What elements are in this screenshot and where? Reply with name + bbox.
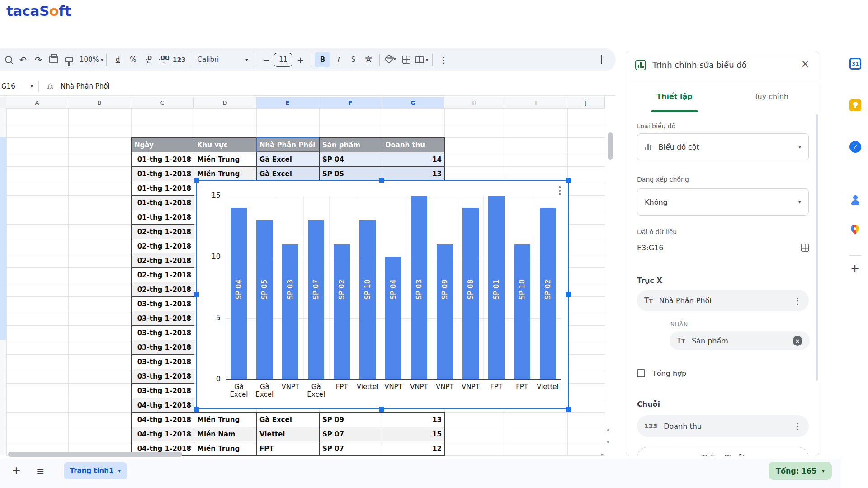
tab-setup[interactable]: Thiết lập [626, 81, 723, 112]
resize-handle[interactable] [566, 407, 571, 412]
undo-button[interactable]: ↶ [15, 52, 31, 68]
cell-product-r22[interactable]: SP 09 [319, 412, 382, 427]
calendar-icon[interactable]: 31 [849, 58, 861, 70]
resize-handle[interactable] [194, 407, 199, 412]
table-header-5[interactable]: Doanh thu [382, 137, 445, 152]
increase-decimal-button[interactable]: .00→ [156, 52, 171, 68]
column-header-H[interactable]: H [444, 97, 505, 108]
strikethrough-button[interactable]: S [345, 52, 361, 68]
cell-revenue-r5[interactable]: 13 [382, 166, 445, 181]
decrease-decimal-button[interactable]: .0← [141, 52, 156, 68]
contacts-icon[interactable] [849, 194, 861, 206]
scroll-down-icon[interactable]: ▾ [607, 439, 609, 445]
cell-region-r23[interactable]: Miền Nam [194, 427, 257, 441]
x-axis-field[interactable]: Tт Nhà Phân Phối ⋮ [637, 290, 809, 311]
cell-product-r23[interactable]: SP 07 [319, 427, 382, 441]
cell-date-r9[interactable]: 02-thg 1-2018 [131, 224, 194, 239]
font-size-input[interactable]: 11 [274, 53, 292, 67]
more-vertical-icon[interactable]: ⋮ [793, 422, 802, 431]
currency-format-button[interactable]: đ [110, 52, 125, 68]
cell-date-r21[interactable]: 04-thg 1-2018 [131, 398, 194, 413]
aggregate-checkbox[interactable] [637, 369, 645, 377]
table-header-3[interactable]: Nhà Phân Phối [256, 137, 320, 152]
zoom-select[interactable]: 100%▾ [80, 52, 103, 68]
scroll-up-icon[interactable]: ▴ [607, 427, 609, 432]
add-sheet-button[interactable]: + [12, 465, 21, 477]
close-panel-button[interactable]: × [801, 57, 810, 70]
search-button[interactable] [0, 52, 15, 68]
cell-date-r19[interactable]: 03-thg 1-2018 [131, 369, 194, 384]
name-box[interactable]: G16▾ [0, 82, 33, 90]
more-vertical-icon[interactable]: ⋮ [793, 296, 802, 305]
cell-distributor-r23[interactable]: Viettel [256, 427, 320, 441]
cell-date-r10[interactable]: 02-thg 1-2018 [131, 239, 194, 253]
bold-button[interactable]: B [315, 52, 330, 67]
cell-date-r20[interactable]: 03-thg 1-2018 [131, 383, 194, 398]
resize-handle[interactable] [566, 178, 571, 183]
table-header-4[interactable]: Sản phẩm [319, 137, 382, 152]
column-header-I[interactable]: I [505, 97, 567, 108]
cell-date-r14[interactable]: 03-thg 1-2018 [131, 296, 194, 311]
column-header-B[interactable]: B [68, 97, 131, 108]
resize-handle[interactable] [194, 292, 199, 297]
remove-label-button[interactable]: × [793, 336, 802, 346]
print-button[interactable] [46, 52, 61, 68]
column-header-C[interactable]: C [131, 97, 194, 108]
percent-format-button[interactable]: % [125, 52, 141, 68]
hide-menus-button[interactable] [601, 56, 602, 64]
cell-product-r5[interactable]: SP 05 [319, 166, 382, 181]
cell-date-r15[interactable]: 03-thg 1-2018 [131, 311, 194, 326]
data-range-field[interactable]: E3:G16 [637, 244, 809, 252]
cell-date-r18[interactable]: 03-thg 1-2018 [131, 354, 194, 369]
resize-handle[interactable] [194, 178, 199, 183]
embedded-chart[interactable]: SP 04SP 05SP 03SP 07SP 02SP 10SP 04SP 03… [196, 180, 569, 409]
cell-distributor-r4[interactable]: Gà Excel [256, 152, 320, 167]
increase-font-size-button[interactable]: + [292, 52, 308, 68]
cell-revenue-r24[interactable]: 12 [382, 441, 445, 456]
scroll-right-icon[interactable]: ▸ [601, 451, 604, 457]
all-sheets-button[interactable]: ≡ [36, 465, 44, 477]
add-addon-button[interactable]: + [850, 262, 859, 275]
cell-revenue-r22[interactable]: 13 [382, 412, 445, 427]
resize-handle[interactable] [379, 178, 384, 183]
table-header-1[interactable]: Ngày [131, 137, 194, 152]
cell-date-r12[interactable]: 02-thg 1-2018 [131, 267, 194, 282]
resize-handle[interactable] [379, 407, 384, 412]
fill-color-button[interactable] [383, 52, 398, 68]
paint-format-button[interactable] [61, 52, 77, 68]
chart-menu-button[interactable] [559, 186, 561, 195]
cell-region-r4[interactable]: Miền Trung [194, 152, 257, 167]
tab-customize[interactable]: Tùy chỉnh [723, 81, 819, 112]
cell-region-r24[interactable]: Miền Trung [194, 441, 257, 456]
cell-revenue-r23[interactable]: 15 [382, 427, 445, 441]
horizontal-scrollbar[interactable] [8, 452, 182, 457]
formula-input[interactable]: Nhà Phân Phối [61, 82, 110, 90]
number-format-button[interactable]: 123 [171, 52, 187, 68]
cell-date-r16[interactable]: 03-thg 1-2018 [131, 325, 194, 340]
cell-product-r24[interactable]: SP 07 [319, 441, 382, 456]
more-options-button[interactable]: ⋮ [436, 52, 451, 68]
select-all-corner[interactable] [0, 97, 7, 109]
merge-cells-button[interactable]: ▾ [414, 52, 429, 68]
cell-revenue-r4[interactable]: 14 [382, 152, 445, 167]
sum-badge[interactable]: Tổng: 165▾ [769, 462, 832, 480]
cell-distributor-r22[interactable]: Gà Excel [256, 412, 320, 427]
italic-button[interactable]: I [330, 52, 345, 68]
borders-button[interactable] [398, 52, 414, 68]
cell-date-r8[interactable]: 01-thg 1-2018 [131, 210, 194, 225]
column-header-D[interactable]: D [194, 97, 256, 108]
sheet-tab-active[interactable]: Trang tính1▾ [64, 462, 127, 479]
cell-date-r23[interactable]: 04-thg 1-2018 [131, 427, 194, 441]
cell-date-r4[interactable]: 01-thg 1-2018 [131, 152, 194, 167]
vertical-scrollbar[interactable] [608, 132, 613, 160]
cell-date-r6[interactable]: 01-thg 1-2018 [131, 181, 194, 196]
select-range-icon[interactable] [801, 244, 809, 252]
cell-date-r7[interactable]: 01-thg 1-2018 [131, 195, 194, 210]
redo-button[interactable]: ↷ [31, 52, 46, 68]
cell-distributor-r5[interactable]: Gà Excel [256, 166, 320, 181]
column-header-G[interactable]: G [382, 97, 444, 108]
tasks-icon[interactable]: ✓ [849, 141, 861, 153]
keep-icon[interactable] [849, 99, 861, 111]
panel-scrollbar[interactable] [816, 114, 818, 381]
decrease-font-size-button[interactable]: − [258, 52, 274, 68]
